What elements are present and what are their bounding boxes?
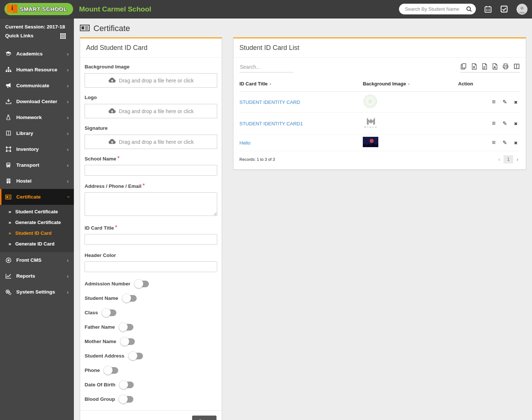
toggle-knob xyxy=(119,380,128,389)
chevron-left-icon: ‹ xyxy=(67,67,69,72)
app-shell: Current Session: 2017-18 Quick Links xyxy=(0,18,532,420)
header-color-field[interactable] xyxy=(85,261,217,272)
quick-links-row[interactable]: Quick Links xyxy=(5,31,69,40)
inventory-box-icon xyxy=(5,146,11,152)
id-card-title-link[interactable]: Hello xyxy=(239,140,250,146)
sidebar-subitem-student-id-card[interactable]: » Student ID Card xyxy=(0,228,74,238)
sort-icon: ▾ xyxy=(269,82,271,86)
dropzone-hint: Drag and drop a file here or click xyxy=(119,78,194,84)
signature-dropzone[interactable]: Drag and drop a file here or click xyxy=(85,135,217,149)
student-search-input[interactable] xyxy=(404,6,466,12)
mtech-logo-text: MTECH xyxy=(364,126,378,128)
sidebar-item-academics[interactable]: Academics ‹ xyxy=(0,46,74,62)
table-search-input[interactable] xyxy=(239,63,293,72)
pdf-export-icon[interactable] xyxy=(492,63,498,70)
delete-x-icon[interactable]: ✖ xyxy=(514,140,518,146)
book-pen-logo-icon xyxy=(5,2,19,17)
sidebar-item-transport[interactable]: Transport ‹ xyxy=(0,157,74,173)
row-menu-icon[interactable]: ≡ xyxy=(492,139,496,146)
address-group: Address / Phone / Email* xyxy=(85,183,217,224)
blood-group-label: Blood Group xyxy=(85,396,115,402)
edit-pencil-icon[interactable]: ✎ xyxy=(502,120,507,127)
delete-x-icon[interactable]: ✖ xyxy=(514,100,518,105)
sidebar-item-system-settings[interactable]: System Settings ‹ xyxy=(0,284,74,300)
sidebar-item-inventory[interactable]: Inventory ‹ xyxy=(0,141,74,157)
search-icon[interactable] xyxy=(466,6,472,12)
logo-label: Logo xyxy=(85,95,97,100)
column-id-card-title[interactable]: ID Card Title▾ xyxy=(239,78,363,92)
cloud-upload-icon xyxy=(108,77,116,84)
green-seal-image xyxy=(363,104,378,110)
pagination-page-1[interactable]: 1 xyxy=(504,155,514,163)
brand-area[interactable]: SMART SCHOOL xyxy=(0,0,74,18)
print-icon[interactable] xyxy=(502,63,509,70)
book-icon xyxy=(5,131,11,136)
save-button[interactable]: Save xyxy=(192,416,216,420)
blood-group-toggle[interactable] xyxy=(120,396,133,403)
edit-pencil-icon[interactable]: ✎ xyxy=(502,139,507,146)
father-name-toggle[interactable] xyxy=(120,324,133,331)
address-field[interactable] xyxy=(85,192,217,216)
pagination-next-icon[interactable]: › xyxy=(516,156,518,162)
row-menu-icon[interactable]: ≡ xyxy=(492,98,496,106)
csv-export-icon[interactable] xyxy=(482,63,487,70)
list-body: ID Card Title▾ Background Image▾ Action xyxy=(233,58,526,169)
school-name-field[interactable] xyxy=(85,165,217,176)
tasks-check-icon[interactable] xyxy=(500,5,508,13)
building-icon xyxy=(5,178,11,184)
cloud-upload-icon xyxy=(108,108,116,115)
student-address-toggle[interactable] xyxy=(129,353,143,359)
phone-toggle[interactable] xyxy=(105,367,118,374)
id-card-title-label: ID Card Title xyxy=(85,225,114,231)
class-toggle[interactable] xyxy=(103,309,116,316)
export-toolbar xyxy=(460,63,520,72)
admission-number-toggle[interactable] xyxy=(135,281,149,287)
required-asterisk: * xyxy=(143,183,145,189)
chevron-left-icon: ‹ xyxy=(67,257,69,263)
admission-number-label: Admission Number xyxy=(85,281,130,287)
sidebar-item-reports[interactable]: Reports ‹ xyxy=(0,268,74,284)
mother-name-toggle[interactable] xyxy=(121,338,135,345)
pagination-prev-icon[interactable]: ‹ xyxy=(498,156,500,162)
background-image-dropzone[interactable]: Drag and drop a file here or click xyxy=(85,73,217,88)
toggle-knob xyxy=(102,308,111,317)
sidebar-subitem-student-certificate[interactable]: » Student Certificate xyxy=(0,206,74,217)
sidebar-item-human-resource[interactable]: Human Resource ‹ xyxy=(0,62,74,78)
signature-label: Signature xyxy=(85,125,108,131)
student-name-toggle[interactable] xyxy=(123,295,137,302)
id-card-title-link[interactable]: STUDENT IDENTITY CARD xyxy=(239,99,300,105)
chevron-left-icon: ‹ xyxy=(67,146,69,152)
id-card-title-field[interactable] xyxy=(85,234,217,245)
copy-icon[interactable] xyxy=(460,63,467,70)
grid-icon[interactable] xyxy=(60,33,66,39)
signature-group: Signature Drag and drop a file here or c… xyxy=(85,125,217,149)
form-panel-title: Add Student ID Card xyxy=(80,38,222,58)
delete-x-icon[interactable]: ✖ xyxy=(514,121,518,126)
sidebar-item-communicate[interactable]: Communicate ‹ xyxy=(0,78,74,94)
id-card-table: ID Card Title▾ Background Image▾ Action xyxy=(239,78,520,151)
sidebar-item-download-center[interactable]: Download Center ‹ xyxy=(0,94,74,109)
sidebar-item-homework[interactable]: Homework ‹ xyxy=(0,109,74,125)
sidebar-item-certificate[interactable]: Certificate ‹ xyxy=(0,189,74,205)
logo-dropzone[interactable]: Drag and drop a file here or click xyxy=(85,104,217,118)
user-avatar[interactable] xyxy=(516,4,528,15)
table-row: Hello xyxy=(239,135,520,151)
id-card-title-link[interactable]: STUDENT IDENTITY CARD1 xyxy=(239,121,303,126)
sidebar-subitem-generate-certificate[interactable]: » Generate Certificate xyxy=(0,217,74,228)
sidebar-item-hostel[interactable]: Hostel ‹ xyxy=(0,173,74,189)
certificate-page-icon xyxy=(80,24,90,33)
row-menu-icon[interactable]: ≡ xyxy=(492,120,496,127)
sidebar-subitem-generate-id-card[interactable]: » Generate ID Card xyxy=(0,238,74,249)
column-background-image[interactable]: Background Image▾ xyxy=(363,78,458,92)
edit-pencil-icon[interactable]: ✎ xyxy=(502,99,507,105)
session-block: Current Session: 2017-18 Quick Links xyxy=(0,18,74,44)
sidebar-item-library[interactable]: Library ‹ xyxy=(0,125,74,141)
calendar-icon[interactable] xyxy=(484,6,492,13)
sidebar-item-front-cms[interactable]: Front CMS ‹ xyxy=(0,252,74,268)
date-of-birth-toggle[interactable] xyxy=(120,382,134,388)
moon-photo-image xyxy=(363,142,378,148)
columns-icon[interactable] xyxy=(514,63,520,70)
excel-export-icon[interactable] xyxy=(471,63,477,70)
background-image-label: Background Image xyxy=(85,64,130,70)
double-angle-icon: » xyxy=(8,209,11,214)
